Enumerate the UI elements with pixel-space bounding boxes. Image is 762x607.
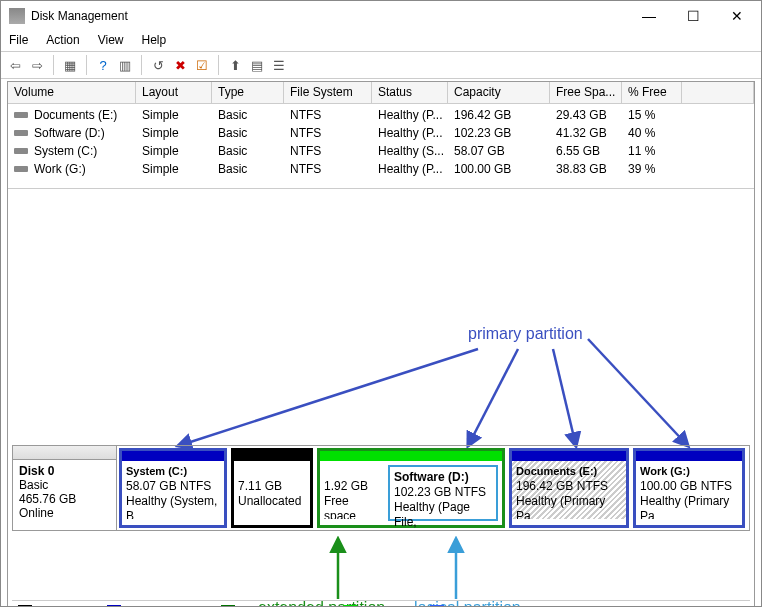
list-icon[interactable]: ▥ <box>115 55 135 75</box>
menu-view[interactable]: View <box>98 33 124 47</box>
up-icon[interactable]: ⬆ <box>225 55 245 75</box>
table-row[interactable]: Software (D:)SimpleBasicNTFSHealthy (P..… <box>8 124 754 142</box>
table-row[interactable]: System (C:)SimpleBasicNTFSHealthy (S...5… <box>8 142 754 160</box>
svg-line-0 <box>178 349 478 446</box>
table-row[interactable]: Work (G:)SimpleBasicNTFSHealthy (P...100… <box>8 160 754 178</box>
legend: Unallocated Primary partition Extended p… <box>12 600 750 607</box>
disk-icon <box>14 112 28 118</box>
col-volume[interactable]: Volume <box>8 82 136 103</box>
settings-icon[interactable]: ☰ <box>269 55 289 75</box>
props-icon[interactable]: ▤ <box>247 55 267 75</box>
disk-icon <box>14 148 28 154</box>
col-free[interactable]: Free Spa... <box>550 82 622 103</box>
partition-software-d[interactable]: Software (D:)102.23 GB NTFSHealthy (Page… <box>388 465 498 521</box>
check-icon[interactable]: ☑ <box>192 55 212 75</box>
titlebar: Disk Management — ☐ ✕ <box>1 1 761 31</box>
menu-help[interactable]: Help <box>142 33 167 47</box>
volume-list: Documents (E:)SimpleBasicNTFSHealthy (P.… <box>8 104 754 180</box>
partition-unallocated[interactable]: 7.11 GBUnallocated <box>231 448 313 528</box>
disk-icon <box>14 130 28 136</box>
forward-icon[interactable]: ⇨ <box>27 55 47 75</box>
partition-extended[interactable]: 1.92 GBFree space Software (D:)102.23 GB… <box>317 448 505 528</box>
disk-info[interactable]: Disk 0 Basic 465.76 GB Online <box>13 446 117 530</box>
menu-file[interactable]: File <box>9 33 28 47</box>
svg-line-3 <box>588 339 688 446</box>
close-button[interactable]: ✕ <box>725 8 749 24</box>
col-status[interactable]: Status <box>372 82 448 103</box>
refresh-icon[interactable]: ↺ <box>148 55 168 75</box>
help-icon[interactable]: ? <box>93 55 113 75</box>
svg-line-1 <box>468 349 518 446</box>
col-layout[interactable]: Layout <box>136 82 212 103</box>
content-area: Volume Layout Type File System Status Ca… <box>7 81 755 607</box>
window-title: Disk Management <box>31 9 637 23</box>
menubar: File Action View Help <box>1 31 761 51</box>
table-header: Volume Layout Type File System Status Ca… <box>8 82 754 104</box>
svg-line-2 <box>553 349 576 446</box>
annotation-primary: primary partition <box>468 325 583 343</box>
app-icon <box>9 8 25 24</box>
disk-label: Disk 0 <box>19 464 54 478</box>
col-capacity[interactable]: Capacity <box>448 82 550 103</box>
grid-icon[interactable]: ▦ <box>60 55 80 75</box>
col-pct[interactable]: % Free <box>622 82 682 103</box>
partition-work-g[interactable]: Work (G:)100.00 GB NTFSHealthy (Primary … <box>633 448 745 528</box>
maximize-button[interactable]: ☐ <box>681 8 705 24</box>
menu-action[interactable]: Action <box>46 33 79 47</box>
back-icon[interactable]: ⇦ <box>5 55 25 75</box>
minimize-button[interactable]: — <box>637 8 661 24</box>
partition-system-c[interactable]: System (C:)58.07 GB NTFSHealthy (System,… <box>119 448 227 528</box>
col-fs[interactable]: File System <box>284 82 372 103</box>
table-row[interactable]: Documents (E:)SimpleBasicNTFSHealthy (P.… <box>8 106 754 124</box>
partition-documents-e[interactable]: Documents (E:)196.42 GB NTFSHealthy (Pri… <box>509 448 629 528</box>
graphical-view: primary partition Disk 0 Basic 465.76 GB… <box>8 188 754 607</box>
toolbar: ⇦ ⇨ ▦ ? ▥ ↺ ✖ ☑ ⬆ ▤ ☰ <box>1 51 761 79</box>
col-type[interactable]: Type <box>212 82 284 103</box>
delete-icon[interactable]: ✖ <box>170 55 190 75</box>
col-spacer <box>682 82 754 103</box>
disk-icon <box>14 166 28 172</box>
disk-row: Disk 0 Basic 465.76 GB Online System (C:… <box>12 445 750 531</box>
